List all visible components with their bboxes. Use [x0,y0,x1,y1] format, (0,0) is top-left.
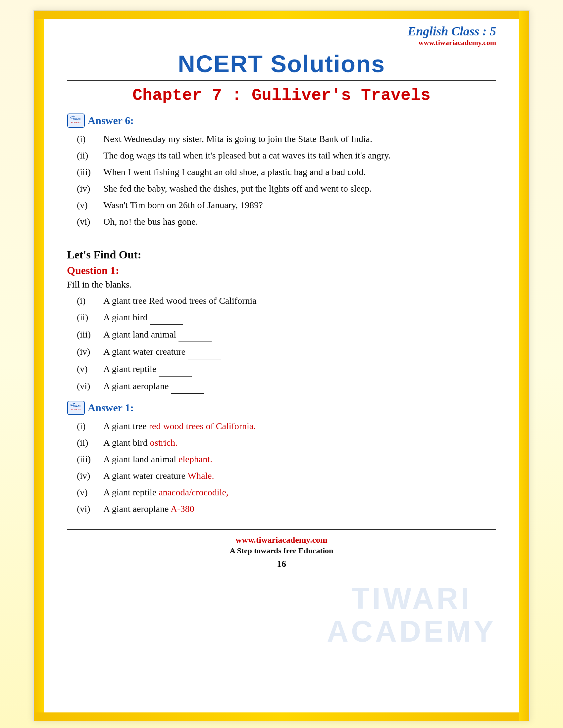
list-item: (vi) A giant aeroplane [77,379,496,394]
list-content: A giant aeroplane A-380 [103,502,496,516]
list-content: A giant aeroplane [103,379,496,394]
list-content: A giant reptile anacoda/crocodile, [103,485,496,499]
list-item: (ii) A giant bird ostrich. [77,436,496,450]
top-strip [34,11,529,19]
list-content: A giant land animal elephant. [103,452,496,466]
list-marker: (ii) [77,310,103,324]
list-content: A giant bird ostrich. [103,436,496,450]
blank-field [188,345,221,359]
list-marker: (iv) [77,345,103,359]
svg-text:TIWARI: TIWARI [71,405,80,408]
svg-text:TIWARI: TIWARI [71,117,80,120]
list-item: (i) A giant tree Red wood trees of Calif… [77,294,496,308]
list-item: (iv) She fed the baby, washed the dishes… [77,182,496,196]
list-marker: (vi) [77,502,103,516]
list-item: (vi) Oh, no! the bus has gone. [77,215,496,229]
watermark: TIWARI ACADEMY [327,582,496,648]
list-content: Oh, no! the bus has gone. [103,215,496,229]
website-url-top: www.tiwariacademy.com [67,38,496,47]
tiwari-logo-2: TIWARI ACADEMY [67,400,85,415]
answer6-list: (i) Next Wednesday my sister, Mita is go… [77,132,496,229]
list-marker: (i) [77,132,103,146]
svg-rect-0 [68,114,84,127]
list-marker: (iii) [77,452,103,466]
list-marker: (v) [77,198,103,212]
list-content: A giant bird [103,310,496,325]
list-item: (iii) When I went fishing I caught an ol… [77,165,496,179]
page-container: English Class : 5 www.tiwariacademy.com … [33,10,530,721]
list-content: The dog wags its tail when it's pleased … [103,149,496,162]
list-item: (v) A giant reptile [77,362,496,377]
svg-text:ACADEMY: ACADEMY [71,409,81,411]
answer6-heading: Answer 6: [88,114,134,127]
section-space [67,235,496,249]
list-content: A giant tree red wood trees of Californi… [103,419,496,433]
list-marker: (v) [77,362,103,376]
bottom-strip [34,712,529,721]
list-marker: (vi) [77,215,103,229]
list-item: (v) Wasn't Tim born on 26th of January, … [77,198,496,212]
footer-tagline: A Step towards free Education [67,546,496,555]
question1-list: (i) A giant tree Red wood trees of Calif… [77,294,496,394]
list-marker: (iii) [77,328,103,341]
footer: www.tiwariacademy.com A Step towards fre… [67,529,496,569]
list-marker: (i) [77,419,103,433]
blank-field [178,328,211,342]
list-item: (i) A giant tree red wood trees of Calif… [77,419,496,433]
tiwari-logo: TIWARI ACADEMY [67,113,85,128]
list-item: (ii) A giant bird [77,310,496,325]
list-marker: (vi) [77,379,103,393]
fill-blanks-instruction: Fill in the blanks. [67,279,496,290]
list-content: A giant tree Red wood trees of Californi… [103,294,496,308]
footer-url: www.tiwariacademy.com [67,535,496,545]
watermark-line1: TIWARI [327,582,496,615]
answer-text: red wood trees of California. [149,421,256,431]
content-area: English Class : 5 www.tiwariacademy.com … [67,24,496,569]
answer-text: A-380 [170,504,194,514]
chapter-title: Chapter 7 : Gulliver's Travels [67,86,496,105]
list-item: (iii) A giant land animal elephant. [77,452,496,466]
list-content: When I went fishing I caught an old shoe… [103,165,496,179]
list-item: (v) A giant reptile anacoda/crocodile, [77,485,496,499]
list-marker: (iii) [77,165,103,179]
blank-field [171,379,204,394]
blank-field [150,310,183,325]
list-content: She fed the baby, washed the dishes, put… [103,182,496,196]
english-class-title: English Class : 5 [67,24,496,38]
list-marker: (iv) [77,182,103,196]
list-item: (iii) A giant land animal [77,328,496,342]
list-item: (iv) A giant water creature Whale. [77,469,496,483]
svg-rect-3 [68,401,84,415]
answer1-heading: Answer 1: [88,402,134,414]
list-content: A giant water creature [103,345,496,359]
ncert-solutions-title: NCERT Solutions [67,50,496,77]
list-content: A giant reptile [103,362,496,377]
list-item: (i) Next Wednesday my sister, Mita is go… [77,132,496,146]
list-content: A giant water creature Whale. [103,469,496,483]
lets-find-out-heading: Let's Find Out: [67,249,496,261]
answer6-heading-row: TIWARI ACADEMY Answer 6: [67,113,496,128]
list-content: A giant land animal [103,328,496,342]
list-marker: (ii) [77,149,103,162]
list-marker: (v) [77,485,103,499]
header-divider [67,80,496,81]
list-item: (iv) A giant water creature [77,345,496,359]
answer1-heading-row: TIWARI ACADEMY Answer 1: [67,400,496,415]
answer-text: elephant. [178,454,212,464]
list-content: Wasn't Tim born on 26th of January, 1989… [103,198,496,212]
answer-text: ostrich. [150,437,177,448]
list-item: (ii) The dog wags its tail when it's ple… [77,149,496,162]
list-item: (vi) A giant aeroplane A-380 [77,502,496,516]
question1-heading: Question 1: [67,264,496,277]
top-right-header: English Class : 5 www.tiwariacademy.com [67,24,496,47]
svg-text:ACADEMY: ACADEMY [71,121,81,123]
page-number: 16 [67,559,496,569]
list-content: Next Wednesday my sister, Mita is going … [103,132,496,146]
answer-text: anacoda/crocodile, [159,487,228,497]
answer-text: Whale. [187,471,214,481]
blank-field [159,362,192,377]
list-marker: (i) [77,294,103,308]
list-marker: (iv) [77,469,103,483]
answer1-list: (i) A giant tree red wood trees of Calif… [77,419,496,516]
watermark-line2: ACADEMY [327,615,496,648]
